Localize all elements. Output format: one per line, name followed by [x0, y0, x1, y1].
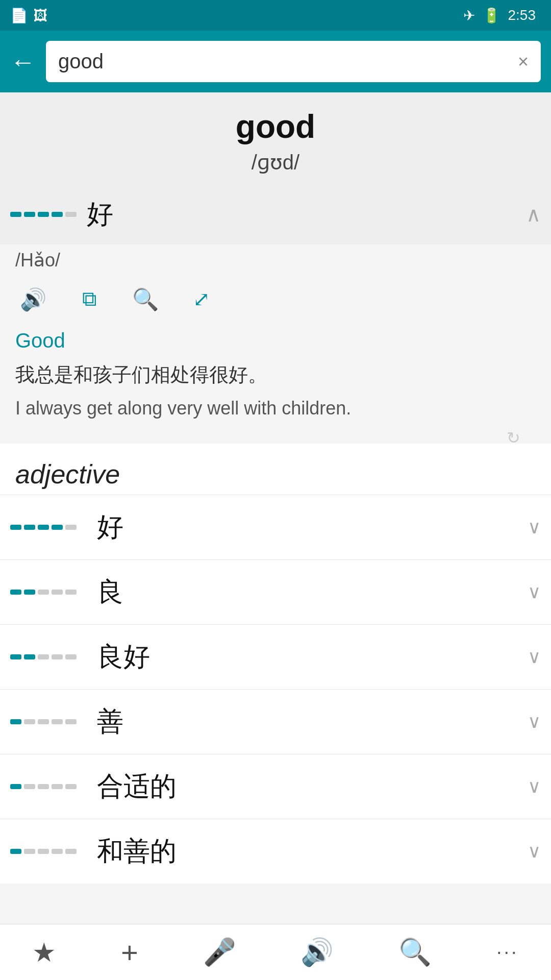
chevron-down-icon[interactable]: ∨	[528, 711, 541, 732]
chevron-down-icon[interactable]: ∨	[528, 776, 541, 797]
expanded-content: /Hǎo/ 🔊 ⧉ 🔍 ⤢ Good 我总是和孩子们相处得很好。 I alway…	[0, 244, 551, 444]
image-icon: 🖼	[33, 7, 47, 24]
bottom-nav: ★ + 🎤 🔊 🔍 ···	[0, 924, 551, 980]
freq-bar	[10, 784, 77, 789]
search-nav-button[interactable]: 🔍	[388, 932, 442, 973]
adj-list: 好 ∨ 良 ∨ 良好 ∨	[0, 495, 551, 884]
list-item[interactable]: 和善的 ∨	[0, 819, 551, 884]
list-item[interactable]: 合适的 ∨	[0, 754, 551, 819]
chevron-up-icon[interactable]: ∧	[526, 203, 541, 226]
freq-seg	[65, 212, 77, 217]
more-icon: ···	[496, 941, 519, 963]
chevron-down-icon[interactable]: ∨	[528, 646, 541, 668]
copy-button[interactable]: ⧉	[71, 281, 107, 317]
freq-bar	[10, 849, 77, 854]
freq-bar	[10, 525, 77, 530]
volume-icon: 🔊	[300, 937, 334, 968]
adj-chinese: 善	[97, 704, 528, 740]
first-translation: 好 ∧ /Hǎo/ 🔊 ⧉ 🔍 ⤢ Good	[0, 184, 551, 444]
star-icon: ★	[32, 937, 56, 968]
pos-section: adjective	[0, 444, 551, 495]
status-bar: 📄 🖼 ✈ 🔋 2:53	[0, 0, 551, 31]
adj-chinese: 和善的	[97, 834, 528, 869]
adj-chinese: 良好	[97, 639, 528, 675]
list-item[interactable]: 良 ∨	[0, 559, 551, 624]
chevron-down-icon[interactable]: ∨	[528, 581, 541, 603]
plus-icon: +	[121, 935, 138, 969]
example-chinese: 我总是和孩子们相处得很好。	[15, 360, 505, 389]
adj-chinese: 合适的	[97, 769, 528, 804]
example-english: I always get along very well with childr…	[15, 394, 505, 423]
freq-seg	[10, 212, 21, 217]
favorites-button[interactable]: ★	[22, 932, 66, 973]
freq-bar	[10, 719, 77, 724]
freq-seg	[24, 212, 35, 217]
airplane-icon: ✈	[463, 7, 475, 24]
mic-icon: 🎤	[203, 937, 236, 968]
volume-button[interactable]: 🔊	[290, 932, 344, 973]
search-box: ×	[46, 41, 541, 82]
list-item[interactable]: 良好 ∨	[0, 624, 551, 689]
freq-seg	[52, 212, 63, 217]
sound-icon: 🔊	[20, 287, 46, 312]
doc-icon: 📄	[10, 7, 28, 24]
add-button[interactable]: +	[111, 930, 148, 974]
list-item[interactable]: 善 ∨	[0, 689, 551, 754]
translation-header[interactable]: 好 ∧	[0, 184, 551, 244]
main-content: good /ɡʊd/ 好 ∧ /Hǎo/ 🔊 ⧉	[0, 92, 551, 945]
word-title: good	[10, 108, 541, 145]
list-item[interactable]: 好 ∨	[0, 495, 551, 559]
clear-button[interactable]: ×	[518, 51, 529, 72]
adj-chinese: 良	[97, 574, 528, 610]
back-button[interactable]: ←	[10, 47, 36, 77]
translation-chinese-1: 好	[87, 197, 526, 232]
status-left-icons: 📄 🖼	[10, 7, 47, 24]
word-header: good /ɡʊd/	[0, 92, 551, 184]
top-bar: ← ×	[0, 31, 551, 92]
freq-bar-1	[10, 212, 77, 217]
refresh-icon[interactable]: ↻	[507, 428, 520, 448]
share-icon: ⤢	[193, 287, 210, 311]
translation-label: Good	[15, 329, 536, 352]
copy-icon: ⧉	[82, 287, 97, 311]
freq-bar	[10, 590, 77, 595]
battery-icon: 🔋	[483, 7, 500, 24]
more-button[interactable]: ···	[486, 936, 529, 968]
adj-chinese: 好	[97, 509, 528, 545]
chevron-down-icon[interactable]: ∨	[528, 841, 541, 862]
search-button[interactable]: 🔍	[128, 281, 163, 317]
clock: 2:53	[508, 7, 536, 23]
search-icon: 🔍	[132, 287, 159, 312]
freq-seg	[38, 212, 49, 217]
pos-label: adjective	[15, 459, 536, 489]
search-input[interactable]	[58, 50, 518, 73]
phonetic-row: /Hǎo/	[15, 250, 536, 271]
search-nav-icon: 🔍	[398, 937, 432, 968]
example-row: 我总是和孩子们相处得很好。 I always get along very we…	[15, 360, 536, 423]
sound-button[interactable]: 🔊	[15, 281, 51, 317]
mic-button[interactable]: 🎤	[193, 932, 246, 973]
share-button[interactable]: ⤢	[184, 281, 219, 317]
freq-bar	[10, 654, 77, 659]
chevron-down-icon[interactable]: ∨	[528, 517, 541, 538]
action-buttons: 🔊 ⧉ 🔍 ⤢	[15, 281, 536, 317]
word-phonetic: /ɡʊd/	[10, 151, 541, 174]
status-right-info: ✈ 🔋 2:53	[463, 7, 536, 24]
